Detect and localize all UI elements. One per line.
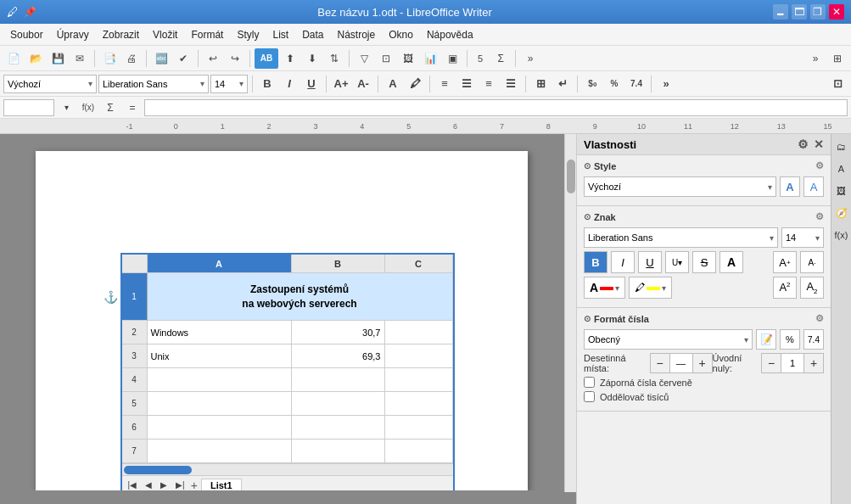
save-button[interactable]: 💾 <box>48 48 68 69</box>
leading-minus-button[interactable]: − <box>762 354 781 372</box>
vscroll-bar[interactable] <box>564 134 576 492</box>
row-num-5[interactable]: 5 <box>122 392 148 416</box>
font-dropdown[interactable]: Liberation Sans ▾ <box>98 75 209 93</box>
cell-a7[interactable] <box>148 440 292 463</box>
numformat-percent-icon[interactable]: % <box>780 329 800 350</box>
currency-button[interactable]: $₀ <box>582 74 602 94</box>
menu-list[interactable]: List <box>266 27 295 42</box>
align-right-button[interactable]: ≡ <box>479 74 499 94</box>
highlight-color-button-panel[interactable]: 🖍 ▾ <box>629 277 672 299</box>
underline-button[interactable]: U <box>301 74 322 94</box>
align-center-button[interactable]: ☰ <box>456 74 477 94</box>
menu-styly[interactable]: Styly <box>230 27 266 42</box>
panel-underline-color-button[interactable]: U▾ <box>665 251 689 273</box>
justify-button[interactable]: ☰ <box>501 74 521 94</box>
cell-b3[interactable]: 69,3 <box>292 344 385 368</box>
leading-plus-button[interactable]: + <box>804 354 823 372</box>
tab-nav-last[interactable]: ▶| <box>173 480 188 490</box>
row-num-1[interactable]: 1 <box>122 273 148 321</box>
undo-button[interactable]: ↩ <box>203 48 223 69</box>
panel-numformat-dropdown[interactable]: Obecný ▾ <box>584 329 753 350</box>
cell-c6[interactable] <box>385 416 453 440</box>
styles-sidebar-icon[interactable]: A <box>832 160 851 178</box>
cell-a6[interactable] <box>148 416 292 440</box>
more-fmt-button[interactable]: » <box>656 74 676 94</box>
panel-size-dropdown[interactable]: 14 ▾ <box>781 227 824 248</box>
row-num-4[interactable]: 4 <box>122 368 148 392</box>
style-update-icon[interactable]: A <box>803 176 824 197</box>
panel-font-color-A-button[interactable]: A <box>719 251 743 273</box>
tab-nav-next[interactable]: ▶ <box>158 480 170 490</box>
redo-button[interactable]: ↪ <box>225 48 245 69</box>
insert-image-button[interactable]: 🖼 <box>398 48 418 69</box>
sort-desc-button[interactable]: ⬇ <box>302 48 322 69</box>
menu-nastroje[interactable]: Nástroje <box>331 27 383 42</box>
tab-nav-first[interactable]: |◀ <box>126 480 140 490</box>
char-section-gear-icon[interactable]: ⚙ <box>815 211 824 222</box>
panel-bold-button[interactable]: B <box>584 251 607 273</box>
percent-icon-button[interactable]: % <box>604 74 624 94</box>
function-button[interactable]: Σ <box>490 48 511 69</box>
cell-a3[interactable]: Unix <box>148 344 292 368</box>
panel-grow-button[interactable]: A+ <box>773 251 797 273</box>
row-num-3[interactable]: 3 <box>122 344 148 368</box>
size-dropdown[interactable]: 14 ▾ <box>210 75 248 93</box>
decimal-plus-button[interactable]: + <box>693 354 712 372</box>
merged-cell-1[interactable]: Zastoupení systémůna webových serverech <box>148 273 453 321</box>
sum-value-button[interactable]: 5 <box>472 48 489 69</box>
menu-napoveda[interactable]: Nápověda <box>420 27 480 42</box>
extra2-button[interactable]: ⊞ <box>827 48 848 69</box>
print-button[interactable]: 🖨 <box>121 48 142 69</box>
negative-red-checkbox[interactable] <box>584 377 595 388</box>
minimize-button[interactable]: 🗕 <box>773 4 788 20</box>
autofilter-button[interactable]: ⊡ <box>376 48 396 69</box>
equals-button[interactable]: = <box>122 98 143 118</box>
tab-nav-prev[interactable]: ◀ <box>143 480 154 490</box>
merge-button[interactable]: ⊞ <box>530 74 551 94</box>
properties-sidebar-icon[interactable]: 🗂 <box>832 137 851 156</box>
email-button[interactable]: ✉ <box>70 48 90 69</box>
style-dropdown[interactable]: Výchozí ▾ <box>3 75 97 93</box>
more-toolbar-button[interactable]: » <box>520 48 540 69</box>
numformat-section-gear-icon[interactable]: ⚙ <box>815 313 824 324</box>
pdf-button[interactable]: 📑 <box>99 48 120 69</box>
panel-shrink-button[interactable]: A- <box>800 251 824 273</box>
cell-a4[interactable] <box>148 368 292 392</box>
spellcheck-button[interactable]: 🔤 <box>151 48 171 69</box>
decimal-btn2[interactable]: 7.4 <box>626 74 647 94</box>
highlight-color-button[interactable]: 🖍 <box>405 74 425 94</box>
menu-soubor[interactable]: Soubor <box>3 27 50 42</box>
functions-sidebar-icon[interactable]: f(x) <box>832 226 851 244</box>
panel-strikethrough-button[interactable]: S <box>692 251 716 273</box>
autocorrect-button[interactable]: ✔ <box>173 48 193 69</box>
font-color-button[interactable]: A <box>383 74 403 94</box>
italic-button[interactable]: I <box>279 74 300 94</box>
numformat-edit-icon[interactable]: 📝 <box>756 329 776 350</box>
sort-button[interactable]: ⇅ <box>324 48 344 69</box>
cell-c4[interactable] <box>385 368 453 392</box>
row-num-7[interactable]: 7 <box>122 440 148 463</box>
menu-zobrazit[interactable]: Zobrazit <box>96 27 146 42</box>
cell-c2[interactable] <box>385 321 453 344</box>
vscroll-thumb[interactable] <box>567 160 575 193</box>
maximize-button[interactable]: 🗖 <box>792 4 807 20</box>
add-sheet-button[interactable]: + <box>191 479 198 491</box>
document-area[interactable]: ⚓ A B C 1 Zastoupení s <box>0 134 576 504</box>
panel-style-dropdown[interactable]: Výchozí ▾ <box>584 176 776 197</box>
cell-c5[interactable] <box>385 392 453 416</box>
cell-ref-box[interactable] <box>3 99 54 116</box>
cell-a5[interactable] <box>148 392 292 416</box>
sidebar-toggle-button[interactable]: ⊡ <box>827 74 848 94</box>
col-header-b[interactable]: B <box>292 255 385 273</box>
panel-font-dropdown[interactable]: Liberation Sans ▾ <box>584 227 778 248</box>
extra1-button[interactable]: » <box>805 48 826 69</box>
numformat-decimal-icon[interactable]: 7.4 <box>803 329 824 350</box>
row-num-6[interactable]: 6 <box>122 416 148 440</box>
new-button[interactable]: 📄 <box>3 48 24 69</box>
navigator-sidebar-icon[interactable]: 🧭 <box>832 204 851 222</box>
wrap-button[interactable]: ↵ <box>552 74 573 94</box>
cell-b2[interactable]: 30,7 <box>292 321 385 344</box>
menu-format[interactable]: Formát <box>184 27 230 42</box>
insert-box-button[interactable]: ▣ <box>442 48 462 69</box>
menu-okno[interactable]: Okno <box>382 27 420 42</box>
